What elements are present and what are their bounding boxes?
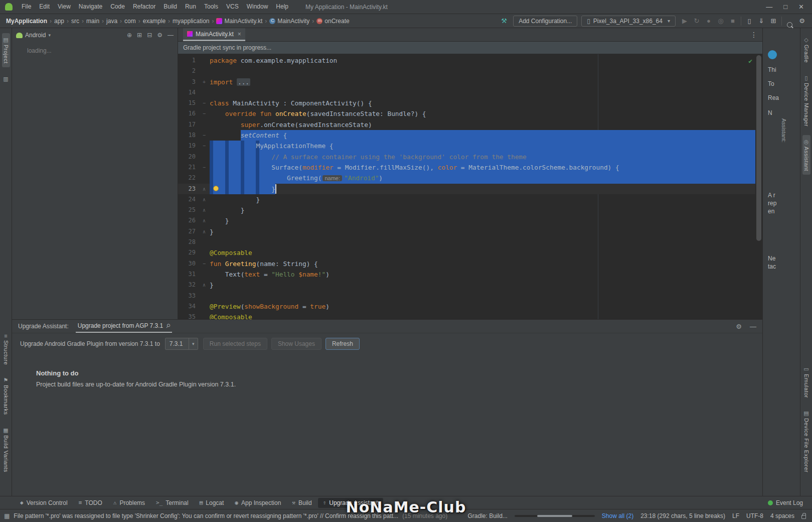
settings-icon[interactable]: ⚙ bbox=[797, 17, 807, 25]
fold-marker-icon[interactable]: ∧ bbox=[199, 194, 210, 205]
code-line-27[interactable]: 27∧} bbox=[178, 226, 762, 237]
event-log-button[interactable]: Event Log bbox=[768, 499, 808, 506]
toolwindow-button-logcat[interactable]: ▤Logcat bbox=[195, 498, 229, 508]
fold-marker-icon[interactable]: − bbox=[199, 130, 210, 141]
indent-widget[interactable]: 4 spaces bbox=[770, 512, 794, 519]
menu-navigate[interactable]: Navigate bbox=[75, 0, 106, 14]
code-line-25[interactable]: 25∧ } bbox=[178, 205, 762, 215]
chevron-down-icon[interactable]: ▾ bbox=[48, 33, 51, 38]
code-line-23[interactable]: 23∧ } bbox=[178, 184, 762, 194]
code-line-24[interactable]: 24∧ } bbox=[178, 194, 762, 205]
settings-icon[interactable]: ⚙ bbox=[736, 323, 742, 330]
tool-window-switcher-icon[interactable]: ▦ bbox=[4, 512, 10, 519]
assistant-tab[interactable]: ◎Assistant bbox=[802, 135, 810, 175]
menu-tools[interactable]: Tools bbox=[200, 0, 222, 14]
encoding-widget[interactable]: UTF-8 bbox=[746, 512, 763, 519]
emulator-tab[interactable]: ▭Emulator bbox=[802, 362, 810, 402]
menu-build[interactable]: Build bbox=[159, 0, 181, 14]
code-line-2[interactable]: 2 bbox=[178, 66, 762, 76]
code-editor[interactable]: 1package com.example.myapplication23+imp… bbox=[178, 54, 762, 319]
resource-manager-tab[interactable]: ▥ bbox=[2, 72, 9, 86]
code-line-28[interactable]: 28 bbox=[178, 237, 762, 247]
code-line-26[interactable]: 26∧ } bbox=[178, 215, 762, 226]
breadcrumb-myapplication[interactable]: MyApplication bbox=[5, 18, 48, 25]
profiler-icon[interactable]: ◎ bbox=[716, 17, 726, 25]
code-line-30[interactable]: 30−fun Greeting(name: String) { bbox=[178, 258, 762, 269]
intention-bulb-icon[interactable] bbox=[213, 186, 219, 191]
structure-tab[interactable]: ≡Structure bbox=[2, 329, 10, 368]
line-ending-widget[interactable]: LF bbox=[732, 512, 739, 519]
toolwindow-button-upgrade-assistant[interactable]: ⇧Upgrade Assistant bbox=[318, 498, 383, 508]
fold-marker-icon[interactable]: ∧ bbox=[199, 205, 210, 215]
code-line-21[interactable]: 21− Surface(modifier = Modifier.fillMaxS… bbox=[178, 162, 762, 173]
menu-code[interactable]: Code bbox=[106, 0, 129, 14]
code-line-3[interactable]: 3+import ... bbox=[178, 77, 762, 87]
code-line-31[interactable]: 31 Text(text = "Hello $name!") bbox=[178, 269, 762, 280]
device-manager-tab[interactable]: ▯Device Manager bbox=[802, 71, 810, 130]
fold-marker-icon[interactable]: − bbox=[199, 98, 210, 108]
gradle-tab[interactable]: ◇Gradle bbox=[802, 33, 810, 66]
hide-icon[interactable]: — bbox=[750, 323, 756, 330]
fold-marker-icon[interactable]: − bbox=[199, 258, 210, 269]
code-line-1[interactable]: 1package com.example.myapplication bbox=[178, 55, 762, 66]
show-usages-button[interactable]: Show Usages bbox=[271, 338, 321, 350]
hide-icon[interactable]: — bbox=[168, 32, 174, 39]
code-line-17[interactable]: 17 super.onCreate(savedInstanceState) bbox=[178, 119, 762, 130]
code-line-15[interactable]: 15−class MainActivity : ComponentActivit… bbox=[178, 98, 762, 108]
menu-file[interactable]: File bbox=[18, 0, 35, 14]
minimize-button[interactable]: — bbox=[766, 3, 772, 11]
fold-marker-icon[interactable]: ∧ bbox=[199, 226, 210, 237]
show-all-link[interactable]: Show all (2) bbox=[602, 512, 633, 519]
code-line-14[interactable]: 14 bbox=[178, 87, 762, 98]
lock-icon[interactable] bbox=[801, 515, 806, 519]
menu-view[interactable]: View bbox=[54, 0, 75, 14]
toolwindow-button-todo[interactable]: ≡TODO bbox=[74, 498, 107, 508]
toolwindow-button-problems[interactable]: ⚠Problems bbox=[108, 498, 150, 508]
breadcrumb-example[interactable]: example bbox=[142, 18, 167, 25]
code-line-16[interactable]: 16− override fun onCreate(savedInstanceS… bbox=[178, 108, 762, 119]
debug-icon[interactable]: ● bbox=[704, 17, 714, 25]
menu-edit[interactable]: Edit bbox=[35, 0, 54, 14]
fold-marker-icon[interactable]: − bbox=[199, 108, 210, 119]
menu-refactor[interactable]: Refactor bbox=[129, 0, 159, 14]
project-tab[interactable]: ▤Project bbox=[2, 33, 10, 67]
fold-marker-icon[interactable]: ∧ bbox=[199, 184, 210, 194]
inspection-ok-icon[interactable]: ✔ bbox=[748, 57, 752, 65]
menu-run[interactable]: Run bbox=[181, 0, 200, 14]
expand-all-icon[interactable]: ⊞ bbox=[137, 32, 142, 39]
fold-marker-icon[interactable]: − bbox=[199, 162, 210, 173]
device-file-explorer-tab[interactable]: ▤Device File Explorer bbox=[802, 407, 810, 476]
editor-scrollbar[interactable] bbox=[755, 54, 762, 319]
device-selector[interactable]: ▯ Pixel_3a_API_33_x86_64 ▾ bbox=[581, 16, 676, 27]
breadcrumb-mainactivity.kt[interactable]: MainActivity.kt bbox=[215, 18, 263, 25]
breadcrumb-src[interactable]: src bbox=[70, 18, 80, 25]
fold-marker-icon[interactable]: + bbox=[199, 77, 210, 87]
build-variants-tab[interactable]: ▦Build Variants bbox=[2, 424, 10, 476]
project-view-selector[interactable]: Android bbox=[25, 32, 46, 39]
maximize-button[interactable]: □ bbox=[783, 3, 787, 11]
code-line-29[interactable]: 29@Composable bbox=[178, 247, 762, 258]
fold-marker-icon[interactable]: ∧ bbox=[199, 280, 210, 290]
add-configuration-button[interactable]: Add Configuration... bbox=[513, 16, 577, 27]
collapse-all-icon[interactable]: ⊟ bbox=[147, 32, 152, 39]
wrench-icon[interactable]: ⚒ bbox=[499, 17, 509, 25]
toolwindow-button-build[interactable]: ⚒Build bbox=[287, 498, 316, 508]
scrollbar-thumb[interactable] bbox=[756, 55, 761, 241]
menu-help[interactable]: Help bbox=[272, 0, 292, 14]
code-line-18[interactable]: 18− setContent { bbox=[178, 130, 762, 141]
breadcrumb-myapplication[interactable]: myapplication bbox=[172, 18, 210, 25]
more-icon[interactable]: ⋮ bbox=[750, 31, 757, 39]
breadcrumb-java[interactable]: java bbox=[105, 18, 118, 25]
code-line-22[interactable]: 22 Greeting(name:"Android") bbox=[178, 173, 762, 183]
run-icon[interactable]: ▶ bbox=[680, 17, 690, 25]
pin-icon[interactable]: ⚲ bbox=[165, 322, 172, 329]
code-line-33[interactable]: 33 bbox=[178, 291, 762, 301]
upgrade-assistant-tab[interactable]: Upgrade project from AGP 7.3.1 ⚲ bbox=[76, 320, 173, 333]
close-icon[interactable]: × bbox=[238, 31, 241, 38]
bookmarks-tab[interactable]: ⚑Bookmarks bbox=[2, 373, 10, 419]
code-line-34[interactable]: 34@Preview(showBackground = true) bbox=[178, 301, 762, 312]
editor-tab-mainactivity[interactable]: MainActivity.kt × bbox=[183, 28, 245, 41]
toolwindow-button-version-control[interactable]: ◆Version Control bbox=[15, 498, 73, 508]
stop-icon[interactable]: ■ bbox=[728, 17, 738, 25]
breadcrumb-com[interactable]: com bbox=[123, 18, 137, 25]
